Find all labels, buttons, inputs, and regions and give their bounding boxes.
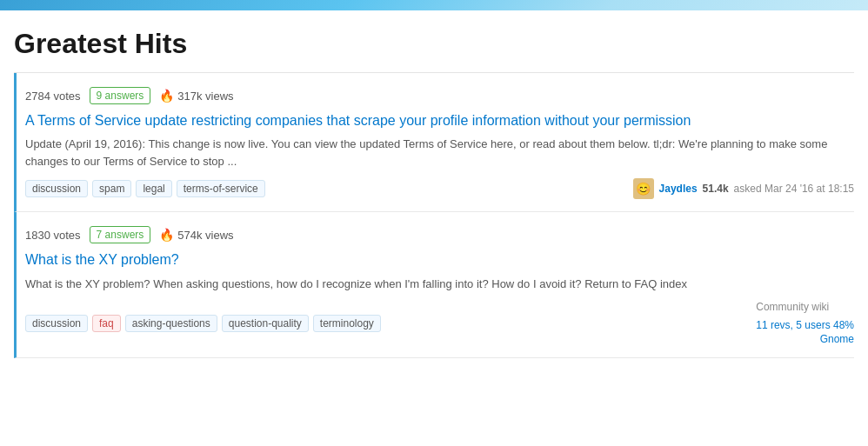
avatar-emoji: 😊 [636,182,651,196]
question-item: 1830 votes 7 answers 🔥 574k views What i… [14,212,854,358]
vote-count: 2784 votes [25,90,81,103]
fire-icon: 🔥 [159,228,174,242]
question-title-link[interactable]: A Terms of Service update restricting co… [25,111,854,130]
username[interactable]: Jaydles [659,183,698,195]
question-meta-top: 2784 votes 9 answers 🔥 317k views [25,87,854,104]
tag-terms-of-service[interactable]: terms-of-service [177,180,265,197]
tag-question-quality[interactable]: question-quality [222,315,309,332]
tag-discussion[interactable]: discussion [25,180,88,197]
question-excerpt: What is the XY problem? When asking ques… [25,276,854,293]
wiki-section: Community wiki 11 revs, 5 users 48% Gnom… [756,301,854,345]
tag-faq[interactable]: faq [92,315,121,332]
community-wiki-label: Community wiki [756,301,829,313]
top-bar [0,0,868,10]
views-value: 574k views [177,229,233,242]
user-rep: 51.4k [703,183,729,195]
vote-count: 1830 votes [25,229,81,242]
tag-list: discussion spam legal terms-of-service [25,180,265,197]
question-list: 2784 votes 9 answers 🔥 317k views A Term… [14,73,854,358]
views-value: 317k views [177,90,233,103]
tag-list: discussion faq asking-questions question… [25,315,381,332]
avatar: 😊 [633,178,654,199]
user-info: 😊 Jaydles 51.4k asked Mar 24 '16 at 18:1… [633,178,854,199]
views-count: 🔥 317k views [159,89,233,103]
wiki-details: 11 revs, 5 users 48% Gnome [756,317,854,345]
question-item: 2784 votes 9 answers 🔥 317k views A Term… [14,73,854,212]
answers-badge: 7 answers [90,226,151,243]
wiki-link[interactable]: 11 revs, 5 users 48% [756,319,854,331]
answers-badge: 9 answers [90,87,151,104]
tag-discussion[interactable]: discussion [25,315,88,332]
views-count: 🔥 574k views [159,228,233,242]
tag-legal[interactable]: legal [136,180,171,197]
tag-terminology[interactable]: terminology [313,315,381,332]
wiki-user[interactable]: Gnome [820,333,854,345]
question-footer: discussion spam legal terms-of-service 😊… [25,178,854,199]
asked-date: asked Mar 24 '16 at 18:15 [734,183,854,195]
fire-icon: 🔥 [159,89,174,103]
tag-asking-questions[interactable]: asking-questions [125,315,217,332]
question-title-link[interactable]: What is the XY problem? [25,250,854,270]
question-footer: discussion faq asking-questions question… [25,301,854,345]
page-title: Greatest Hits [14,10,854,73]
question-excerpt: Update (April 19, 2016): This change is … [25,136,854,170]
question-meta-top: 1830 votes 7 answers 🔥 574k views [25,226,854,243]
tag-spam[interactable]: spam [92,180,131,197]
